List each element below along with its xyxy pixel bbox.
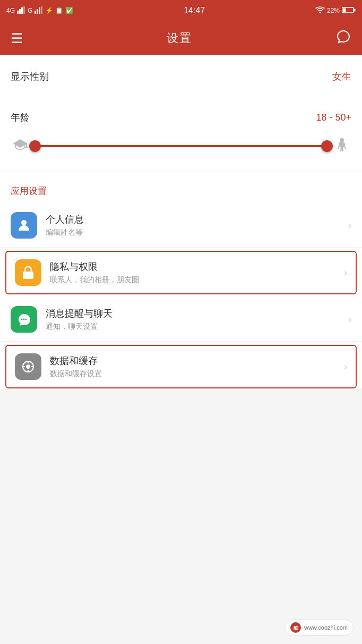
gender-value: 女生	[332, 70, 351, 83]
personal-info-text: 个人信息 编辑姓名等	[46, 213, 348, 238]
privacy-icon	[15, 259, 41, 286]
main-content: 显示性别 女生 年龄 18 - 50+	[0, 55, 362, 388]
watermark-site: www.coozhi.com	[304, 624, 348, 631]
notifications-subtitle: 通知，聊天设置	[46, 322, 348, 332]
svg-rect-3	[23, 6, 25, 14]
watermark-logo: 酷	[290, 622, 301, 633]
svg-rect-7	[41, 6, 42, 14]
privacy-subtitle: 联系人，我的相册，朋友圈	[50, 275, 344, 285]
menu-item-personal-info[interactable]: 个人信息 编辑姓名等 ›	[0, 204, 362, 248]
svg-point-15	[340, 138, 344, 142]
menu-item-notifications[interactable]: 消息提醒与聊天 通知，聊天设置 ›	[0, 298, 362, 342]
personal-info-icon	[11, 212, 37, 239]
svg-rect-4	[35, 11, 36, 14]
page-title: 设置	[167, 30, 192, 46]
status-time: 14:47	[184, 6, 205, 15]
app-settings-title: 应用设置	[11, 186, 47, 196]
svg-point-25	[25, 319, 27, 320]
wifi-icon	[315, 6, 325, 15]
status-left: 4G G ⚡ 📋 ✅	[6, 6, 73, 15]
personal-info-subtitle: 编辑姓名等	[46, 228, 348, 238]
svg-point-14	[25, 146, 28, 148]
chat-icon[interactable]	[335, 29, 351, 48]
personal-info-title: 个人信息	[46, 213, 348, 226]
privacy-text: 隐私与权限 联系人，我的相册，朋友圈	[50, 260, 344, 285]
usb-icon: ⚡	[45, 7, 53, 14]
notifications-arrow: ›	[348, 314, 351, 325]
menu-item-data-cache[interactable]: 数据和缓存 数据和缓存设置 ›	[5, 345, 357, 388]
notifications-text: 消息提醒与聊天 通知，聊天设置	[46, 307, 348, 332]
age-header: 年龄 18 - 50+	[11, 111, 351, 124]
battery-percent: 22%	[327, 7, 340, 14]
privacy-arrow: ›	[344, 267, 347, 278]
data-cache-text: 数据和缓存 数据和缓存设置	[50, 354, 344, 379]
svg-point-21	[21, 220, 27, 225]
svg-point-24	[23, 319, 25, 320]
check-icon: ✅	[65, 7, 73, 14]
notifications-title: 消息提醒与聊天	[46, 307, 348, 320]
slider-thumb-left[interactable]	[29, 140, 41, 152]
svg-rect-1	[19, 9, 21, 14]
data-cache-arrow: ›	[344, 361, 347, 372]
battery-icon	[342, 6, 356, 15]
age-section: 年龄 18 - 50+	[0, 98, 362, 172]
app-settings-section-header: 应用设置	[0, 172, 362, 204]
gender-label: 显示性别	[11, 70, 49, 83]
age-max-icon	[334, 137, 349, 155]
slider-fill	[35, 145, 327, 147]
age-min-icon	[13, 138, 28, 154]
svg-rect-0	[17, 11, 19, 14]
svg-point-23	[21, 319, 23, 320]
gender-setting-row[interactable]: 显示性别 女生	[0, 55, 362, 98]
data-cache-title: 数据和缓存	[50, 354, 344, 367]
status-right: 22%	[315, 6, 356, 15]
svg-rect-5	[37, 9, 38, 14]
svg-point-27	[26, 365, 30, 369]
app-header: ☰ 设置	[0, 21, 362, 55]
menu-icon[interactable]: ☰	[11, 30, 23, 47]
carrier-4g: 4G	[6, 7, 15, 14]
age-slider-container	[11, 137, 351, 156]
age-value: 18 - 50+	[316, 112, 351, 123]
carrier-g: G	[28, 7, 32, 14]
svg-text:酷: 酷	[294, 625, 299, 631]
svg-point-8	[319, 12, 321, 13]
data-cache-icon	[15, 353, 41, 380]
age-slider-track[interactable]	[35, 137, 327, 156]
watermark: 酷 www.coozhi.com	[285, 620, 354, 635]
signal-bars-1	[17, 6, 25, 15]
svg-rect-11	[343, 8, 346, 12]
svg-rect-22	[23, 272, 33, 279]
notifications-icon	[11, 306, 37, 333]
svg-rect-6	[39, 7, 40, 14]
slider-thumb-right[interactable]	[321, 140, 333, 152]
signal-bars-2	[35, 6, 43, 15]
svg-rect-10	[354, 9, 356, 11]
privacy-title: 隐私与权限	[50, 260, 344, 273]
personal-info-arrow: ›	[348, 220, 351, 231]
age-label: 年龄	[11, 111, 30, 124]
svg-line-20	[344, 145, 346, 149]
svg-line-19	[338, 145, 340, 149]
status-bar: 4G G ⚡ 📋 ✅ 14:47	[0, 0, 362, 21]
sim-icon: 📋	[55, 7, 63, 14]
menu-item-privacy[interactable]: 隐私与权限 联系人，我的相册，朋友圈 ›	[5, 251, 357, 294]
data-cache-subtitle: 数据和缓存设置	[50, 369, 344, 379]
svg-rect-2	[21, 7, 23, 14]
